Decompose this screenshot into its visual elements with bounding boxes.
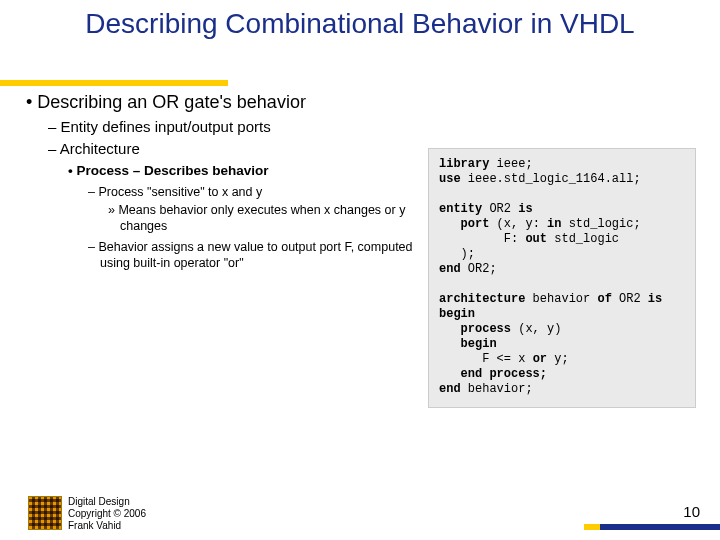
bullet-l1: Architecture — [48, 140, 416, 159]
page-title: Describing Combinational Behavior in VHD… — [0, 0, 720, 40]
bullet-l2: Process – Describes behavior — [68, 163, 416, 180]
bullet-l3: Behavior assigns a new value to output p… — [88, 239, 416, 272]
body-area: Describing an OR gate's behavior Entity … — [0, 92, 720, 496]
bullet-column: Describing an OR gate's behavior Entity … — [0, 92, 422, 496]
bullet-l0: Describing an OR gate's behavior — [26, 92, 416, 114]
page-number: 10 — [683, 503, 700, 520]
logo-icon — [28, 496, 62, 530]
footer-accent — [600, 524, 720, 530]
code-column: library ieee; use ieee.std_logic_1164.al… — [422, 92, 720, 496]
vhdl-code: library ieee; use ieee.std_logic_1164.al… — [428, 148, 696, 408]
bullet-l3: Process "sensitive" to x and y — [88, 184, 416, 200]
bullet-l4: Means behavior only executes when x chan… — [108, 202, 416, 235]
bullet-l1: Entity defines input/output ports — [48, 118, 416, 137]
title-accent — [0, 80, 228, 86]
copyright: Digital Design Copyright © 2006 Frank Va… — [68, 496, 146, 532]
